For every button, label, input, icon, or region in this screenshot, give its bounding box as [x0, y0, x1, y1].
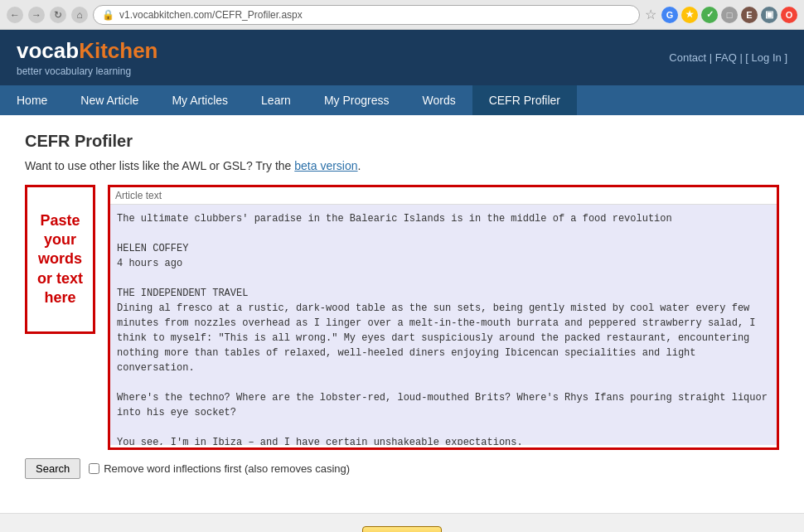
donate-button[interactable]: Donate — [362, 526, 442, 532]
logo-tagline: better vocabulary learning — [17, 65, 158, 77]
address-bar[interactable]: 🔒 v1.vocabkitchen.com/CEFR_Profiler.aspx — [93, 5, 640, 25]
nav-item-home[interactable]: Home — [0, 85, 64, 115]
home-button[interactable]: ⌂ — [71, 7, 88, 23]
inflection-label-text: Remove word inflections first (also remo… — [104, 462, 350, 475]
ext-icon-5: ▣ — [761, 7, 777, 23]
star-icon[interactable]: ☆ — [645, 7, 656, 22]
content-area: CEFR Profiler Want to use other lists li… — [0, 115, 804, 513]
textarea-label: Article text — [110, 187, 777, 205]
forward-button[interactable]: → — [28, 7, 45, 23]
donate-area: Donate MC MC VISA AMEX PayPal BANK — [12, 526, 792, 532]
nav-item-new-article[interactable]: New Article — [64, 85, 155, 115]
site-header: vocabKitchen better vocabulary learning … — [0, 30, 804, 85]
logo-area: vocabKitchen better vocabulary learning — [17, 38, 158, 77]
intro-paragraph: Want to use other lists like the AWL or … — [25, 159, 779, 172]
article-textarea[interactable] — [110, 205, 777, 445]
search-button[interactable]: Search — [25, 458, 80, 479]
logo-vocab: vocab — [17, 38, 79, 63]
main-navigation: Home New Article My Articles Learn My Pr… — [0, 85, 804, 115]
google-drive-icon: G — [661, 7, 678, 23]
nav-item-my-progress[interactable]: My Progress — [308, 85, 406, 115]
opera-icon: O — [781, 7, 797, 23]
ext-icon-1: ★ — [681, 7, 698, 23]
inflection-checkbox[interactable] — [89, 463, 99, 474]
logo: vocabKitchen — [17, 38, 158, 64]
paste-hint: Paste your words or text here — [25, 185, 95, 334]
lock-icon: 🔒 — [102, 9, 114, 21]
refresh-button[interactable]: ↻ — [50, 7, 66, 23]
evernote-icon: E — [741, 7, 758, 23]
ext-icon-3: □ — [721, 7, 738, 23]
ext-icon-2: ✓ — [701, 7, 718, 23]
url-text: v1.vocabkitchen.com/CEFR_Profiler.aspx — [119, 9, 303, 21]
logo-kitchen: Kitchen — [79, 38, 157, 63]
login-link[interactable]: Log In — [752, 51, 782, 64]
contact-link[interactable]: Contact — [669, 51, 706, 64]
search-bar: Search Remove word inflections first (al… — [25, 458, 779, 479]
browser-chrome: ← → ↻ ⌂ 🔒 v1.vocabkitchen.com/CEFR_Profi… — [0, 0, 804, 30]
beta-version-link[interactable]: beta version — [294, 159, 357, 172]
back-button[interactable]: ← — [7, 7, 23, 23]
nav-item-learn[interactable]: Learn — [245, 85, 308, 115]
page-title: CEFR Profiler — [25, 132, 779, 151]
inflection-checkbox-label[interactable]: Remove word inflections first (also remo… — [89, 462, 350, 475]
nav-item-words[interactable]: Words — [405, 85, 472, 115]
profiler-container: Paste your words or text here Article te… — [25, 185, 779, 450]
textarea-wrapper: Article text — [108, 185, 779, 450]
faq-link[interactable]: FAQ — [715, 51, 737, 64]
header-links: Contact | FAQ | [ Log In ] — [669, 51, 787, 64]
nav-item-my-articles[interactable]: My Articles — [155, 85, 245, 115]
site-footer: Donate MC MC VISA AMEX PayPal BANK — [0, 513, 804, 532]
browser-extension-icons: G ★ ✓ □ E ▣ O — [661, 7, 797, 23]
nav-item-cefr-profiler[interactable]: CEFR Profiler — [472, 85, 577, 115]
